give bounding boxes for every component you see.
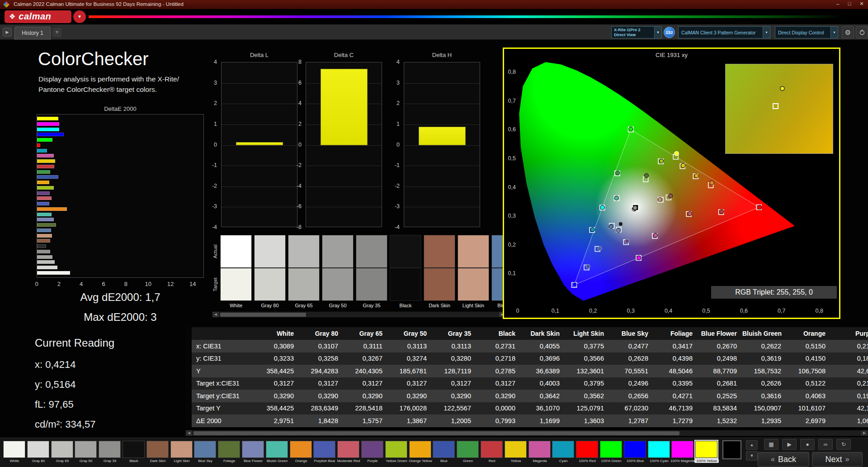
black-pattern-button[interactable] (722, 440, 741, 459)
y-tick-label: 1 (386, 121, 400, 127)
palette-swatch-100-cyan[interactable]: 100% Cyan (647, 441, 671, 467)
palette-swatch-light-skin[interactable]: Light Skin (170, 441, 193, 467)
palette-swatch-gray-50[interactable]: Gray 50 (74, 441, 98, 467)
next-button[interactable]: Next » (812, 452, 863, 467)
chevron-down-icon[interactable]: ▾ (763, 27, 770, 38)
chevron-down-icon[interactable]: ▾ (654, 27, 661, 38)
swatch-dark-skin[interactable]: Dark Skin (424, 235, 455, 312)
power-button[interactable] (856, 26, 868, 38)
swatch-gray-50[interactable]: Gray 50 (322, 235, 354, 312)
deltae-bar-cyan (37, 149, 47, 152)
palette-swatch-100-blue[interactable]: 100% Blue (623, 441, 647, 467)
table-cell: 70,5551 (609, 367, 654, 375)
table-cell: 0,2622 (742, 343, 787, 350)
palette-swatch-gray-80[interactable]: Gray 80 (27, 441, 50, 467)
swatch-label: Red (480, 459, 504, 463)
swatch-label: 100% Magenta (670, 459, 695, 463)
chevron-down-icon[interactable]: ▾ (830, 27, 838, 38)
pattern-window-button[interactable]: ▦ (764, 439, 778, 450)
palette-swatch-100-yellow[interactable]: 100% Yellow (695, 441, 718, 467)
scroll-down-button[interactable]: ▼ (746, 451, 758, 461)
palette-swatch-blue-flower[interactable]: Blue Flower (241, 441, 265, 467)
palette-swatch-black[interactable]: Black (122, 441, 146, 467)
close-button[interactable]: ✕ (857, 1, 867, 7)
palette-swatch-dark-skin[interactable]: Dark Skin (146, 441, 170, 467)
table-row-x-cie31: x: CIE310,30890,31070,31110,31130,31130,… (192, 340, 868, 353)
inset-measured-point (780, 86, 785, 91)
pattern-generator-dropdown[interactable]: CalMAN Client 3 Pattern Generator ▾ (678, 26, 770, 38)
refresh-button[interactable]: ↻ (836, 439, 851, 450)
palette-swatch-gray-65[interactable]: Gray 65 (51, 441, 74, 467)
continuous-measure-button[interactable]: ∞ (818, 439, 833, 450)
column-header-gray-80: Gray 80 (299, 330, 344, 337)
table-cell: 0,3290 (255, 392, 299, 400)
palette-swatch-purplish-blue[interactable]: Purplish Blue (313, 441, 336, 467)
palette-swatch-gray-35[interactable]: Gray 35 (98, 441, 122, 467)
palette-swatch-100-magenta[interactable]: 100% Magenta (671, 441, 694, 467)
palette-swatch-foliage[interactable]: Foliage (217, 441, 241, 467)
palette-swatch-blue[interactable]: Blue (432, 441, 456, 467)
palette-swatch-orange-yellow[interactable]: Orange Yellow (409, 441, 432, 467)
display-control-dropdown[interactable]: Direct Display Control ▾ (775, 26, 838, 38)
logo-menu-button[interactable]: ▾ (73, 10, 86, 23)
palette-swatch-cyan[interactable]: Cyan (552, 441, 575, 467)
delta-h-plot (404, 62, 480, 227)
minimize-button[interactable]: – (833, 1, 843, 6)
target-row-label: Target (212, 268, 220, 301)
play-button[interactable]: ▶ (782, 439, 797, 450)
scroll-right-icon[interactable]: ▶ (861, 430, 868, 436)
swatch-label: Green (456, 459, 480, 463)
scrollbar-thumb[interactable] (220, 313, 306, 317)
swatch-label: Dark Skin (422, 303, 457, 308)
palette-swatch-green[interactable]: Green (456, 441, 480, 467)
swatch-target (424, 268, 455, 301)
deltae-bar-100-magenta (37, 122, 59, 126)
swatch-label: Orange (289, 459, 313, 463)
swatch-gray-35[interactable]: Gray 35 (356, 235, 387, 312)
palette-swatch-blue-sky[interactable]: Blue Sky (193, 441, 217, 467)
back-button[interactable]: « Back (758, 452, 809, 467)
table-cell: 67,0230 (609, 405, 654, 412)
scroll-left-icon[interactable]: ◀ (186, 430, 192, 436)
scroll-left-icon[interactable]: ◀ (212, 312, 219, 317)
palette-swatch-100-red[interactable]: 100% Red (576, 441, 599, 467)
swatch-label: Moderate Red (336, 459, 361, 463)
tab-history-1[interactable]: History 1 (14, 27, 51, 40)
palette-swatch-moderate-red[interactable]: Moderate Red (337, 441, 360, 467)
swatch-label: Black (122, 459, 146, 463)
refresh-icon: ↻ (841, 441, 846, 448)
swatch-light-skin[interactable]: Light Skin (458, 235, 489, 312)
swatch-black[interactable]: Black (390, 235, 421, 312)
row-label: Target Y (192, 405, 255, 412)
record-button[interactable]: ● (800, 439, 815, 450)
palette-swatch-red[interactable]: Red (480, 441, 504, 467)
palette-swatch-purple[interactable]: Purple (361, 441, 384, 467)
scrollbar-thumb[interactable] (193, 431, 679, 435)
swatch-color (123, 441, 145, 458)
palette-swatch-yellow-green[interactable]: Yellow Green (385, 441, 408, 467)
palette-swatch-yellow[interactable]: Yellow (504, 441, 528, 467)
tab-nav-button[interactable]: ▶ (3, 28, 12, 37)
table-cell: 0,2718 (476, 355, 521, 362)
calman-logo-button[interactable]: ❖ calman (5, 10, 71, 23)
delta-c-plot (306, 62, 382, 227)
table-cell: 0,2670 (698, 343, 742, 350)
palette-swatch-bluish-green[interactable]: Bluish Green (265, 441, 289, 467)
table-cell: 228,5418 (344, 405, 388, 412)
swatch-gray-65[interactable]: Gray 65 (288, 235, 320, 312)
maximize-button[interactable]: □ (844, 1, 854, 6)
settings-button[interactable]: ⚙ (842, 26, 854, 38)
scroll-up-button[interactable]: ▲ (746, 440, 758, 450)
palette-swatch-100-green[interactable]: 100% Green (599, 441, 623, 467)
palette-swatch-white[interactable]: White (3, 441, 26, 467)
add-tab-button[interactable]: + (52, 28, 61, 37)
delta-c-title: Delta C (306, 52, 382, 58)
table-cell: 36,6389 (521, 367, 565, 375)
swatch-strip-scrollbar[interactable]: ◀ ▶ (212, 311, 506, 318)
palette-swatch-orange[interactable]: Orange (289, 441, 313, 467)
meter-dropdown[interactable]: X-Rite i1Pro 2 Direct View ▾ (611, 26, 662, 38)
palette-swatch-magenta[interactable]: Magenta (528, 441, 552, 467)
swatch-gray-80[interactable]: Gray 80 (254, 235, 286, 312)
table-scrollbar[interactable]: ◀ ▶ (185, 430, 868, 436)
swatch-white[interactable]: White (220, 235, 252, 312)
